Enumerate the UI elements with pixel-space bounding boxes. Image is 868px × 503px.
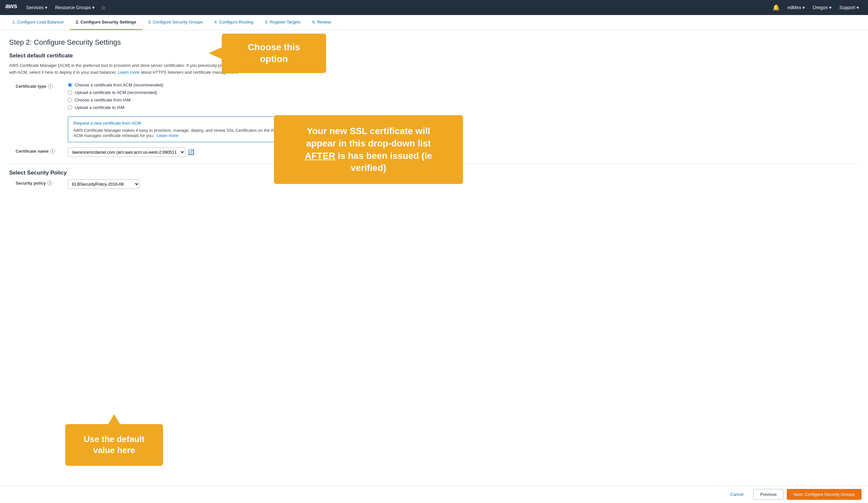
learn-more-link-1[interactable]: Learn more — [118, 70, 140, 75]
radio-acm-choose[interactable]: Choose a certificate from ACM (recommend… — [68, 83, 163, 88]
services-menu[interactable]: Services ▾ — [22, 0, 51, 15]
cancel-button[interactable]: Cancel — [724, 489, 750, 500]
top-nav: aws ⌒ Services ▾ Resource Groups ▾ ☆ 🔔 e… — [0, 0, 868, 15]
security-policy-label: Security policy i — [16, 179, 68, 186]
chevron-down-icon: ▾ — [92, 5, 95, 10]
wizard-step-5[interactable]: 5. Register Targets — [259, 15, 307, 30]
chevron-down-icon: ▾ — [829, 5, 831, 10]
page-title: Step 2: Configure Security Settings — [9, 38, 859, 47]
refresh-icon[interactable]: 🔄 — [188, 149, 194, 155]
cert-name-info-icon[interactable]: i — [50, 149, 55, 154]
acm-info-box: Request a new certificate from ACM AWS C… — [68, 116, 309, 142]
cert-type-radio-group: Choose a certificate from ACM (recommend… — [68, 83, 163, 110]
acm-request-link[interactable]: Request a new certificate from ACM — [73, 121, 303, 126]
wizard-step-4[interactable]: 4. Configure Routing — [209, 15, 259, 30]
acm-info-text: AWS Certificate Manager makes it easy to… — [73, 128, 298, 138]
chevron-down-icon: ▾ — [803, 5, 805, 10]
chevron-down-icon: ▾ — [857, 5, 859, 10]
cert-section-title: Select default certificate — [9, 52, 859, 59]
security-policy-title: Select Security Policy — [9, 170, 859, 176]
support-menu[interactable]: Support ▾ — [835, 0, 863, 15]
next-button[interactable]: Next: Configure Security Groups — [787, 489, 861, 500]
cert-description: AWS Certificate Manager (ACM) is the pre… — [9, 62, 270, 76]
radio-acm-upload[interactable]: Upload a certificate to ACM (recommended… — [68, 90, 163, 95]
cert-type-label: Certificate type i — [16, 83, 68, 89]
security-policy-select[interactable]: ELBSecurityPolicy-2016-08 — [68, 179, 140, 189]
resource-groups-menu[interactable]: Resource Groups ▾ — [51, 0, 99, 15]
chevron-down-icon: ▾ — [45, 5, 47, 10]
cert-type-info-icon[interactable]: i — [48, 84, 53, 89]
aws-logo: aws ⌒ — [5, 2, 17, 13]
radio-iam-choose[interactable]: Choose a certificate from IAM — [68, 97, 163, 102]
region-menu[interactable]: Oregon ▾ — [809, 0, 835, 15]
security-policy-row: Security policy i ELBSecurityPolicy-2016… — [9, 179, 859, 189]
bookmarks-icon[interactable]: ☆ — [99, 4, 108, 11]
wizard-step-3[interactable]: 3. Configure Security Groups — [142, 15, 209, 30]
acm-learn-more-link[interactable]: Learn more — [156, 133, 178, 138]
wizard-step-1[interactable]: 1. Configure Load Balancer — [7, 15, 70, 30]
radio-iam-upload[interactable]: Upload a certificate to IAM — [68, 105, 163, 110]
user-menu[interactable]: edMex ▾ — [784, 0, 809, 15]
cert-name-label: Certificate name i — [16, 147, 68, 154]
notifications-bell-icon[interactable]: 🔔 — [768, 4, 784, 11]
cert-name-select[interactable]: lawrencemcdaniel.com (arn:aws:acm:us-wes… — [68, 147, 185, 157]
wizard-steps: 1. Configure Load Balancer 2. Configure … — [0, 15, 868, 30]
cert-type-row: Certificate type i Choose a certificate … — [9, 83, 859, 110]
footer-bar: Cancel Previous Next: Configure Security… — [0, 485, 868, 503]
wizard-step-2[interactable]: 2. Configure Security Settings — [70, 15, 142, 30]
wizard-step-6[interactable]: 6. Review — [307, 15, 337, 30]
cert-name-row: Certificate name i lawrencemcdaniel.com … — [9, 147, 859, 157]
security-policy-info-icon[interactable]: i — [47, 181, 52, 186]
main-content: Step 2: Configure Security Settings Sele… — [0, 30, 868, 485]
previous-button[interactable]: Previous — [753, 489, 784, 500]
